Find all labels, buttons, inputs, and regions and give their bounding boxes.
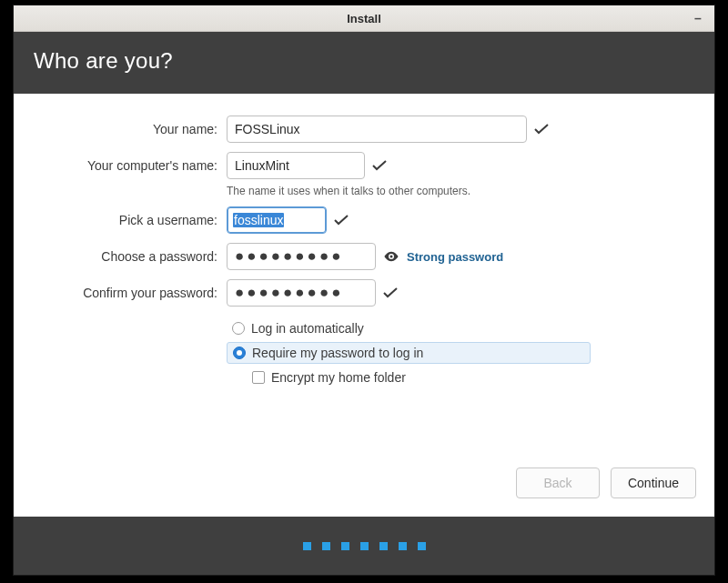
label-confirm: Confirm your password: — [35, 286, 217, 300]
computer-name-input[interactable] — [227, 152, 365, 179]
button-row: Back Continue — [14, 460, 714, 517]
progress-dot — [399, 542, 407, 550]
svg-point-0 — [390, 256, 393, 258]
progress-dot — [360, 542, 369, 550]
titlebar[interactable]: Install – — [14, 5, 714, 32]
label-password: Choose a password: — [35, 249, 217, 264]
show-password-icon[interactable] — [383, 248, 399, 265]
check-icon — [383, 287, 398, 298]
progress-dot — [303, 542, 311, 550]
computer-hint: The name it uses when it talks to other … — [227, 185, 591, 197]
page-title: Who are you? — [34, 48, 694, 74]
continue-button[interactable]: Continue — [611, 467, 696, 498]
radio-icon — [233, 347, 246, 359]
password-input[interactable]: ●●●●●●●●● — [227, 243, 376, 270]
option-require-password[interactable]: Require my password to log in — [227, 342, 591, 364]
name-input[interactable] — [227, 116, 527, 143]
option-label: Encrypt my home folder — [271, 370, 406, 385]
check-icon — [334, 215, 349, 226]
confirm-password-input[interactable]: ●●●●●●●●● — [227, 279, 376, 307]
password-strength: Strong password — [407, 250, 503, 264]
install-window: Install – Who are you? Your name: Your c… — [13, 5, 715, 576]
progress-dot — [418, 542, 426, 550]
progress-footer — [14, 517, 714, 575]
label-username: Pick a username: — [35, 213, 217, 227]
option-label: Require my password to log in — [252, 346, 423, 360]
label-name: Your name: — [35, 122, 217, 136]
check-icon — [534, 124, 549, 135]
label-computer: Your computer's name: — [35, 158, 217, 173]
progress-dot — [341, 542, 349, 550]
page-header: Who are you? — [14, 32, 714, 94]
checkbox-icon — [252, 371, 265, 384]
minimize-button[interactable]: – — [689, 9, 707, 27]
check-icon — [372, 160, 387, 171]
radio-icon — [232, 322, 245, 335]
option-label: Log in automatically — [251, 321, 364, 336]
progress-dot — [322, 542, 330, 550]
option-encrypt-home[interactable]: Encrypt my home folder — [247, 367, 591, 388]
option-auto-login[interactable]: Log in automatically — [227, 317, 591, 339]
back-button[interactable]: Back — [516, 467, 600, 498]
progress-dot — [379, 542, 388, 550]
form-area: Your name: Your computer's name: The nam… — [14, 94, 714, 460]
username-input[interactable]: fosslinux — [227, 206, 327, 234]
window-title: Install — [14, 12, 714, 25]
